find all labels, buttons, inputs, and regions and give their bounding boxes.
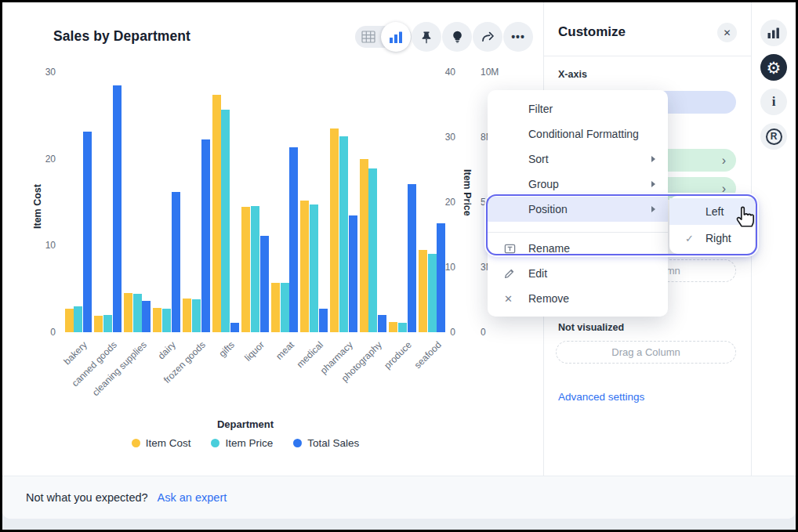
bar[interactable] [183,299,191,332]
bar[interactable] [437,223,445,332]
legend-label: Item Price [225,437,273,449]
bar-group-gifts[interactable] [211,72,241,332]
bar-group-dairy[interactable] [152,72,182,332]
menu-item-group[interactable]: Group [488,172,668,197]
category-label: dairy [156,339,178,361]
bar-group-liquor[interactable] [241,72,270,332]
advanced-settings-link[interactable]: Advanced settings [558,391,644,403]
bar[interactable] [378,315,386,332]
category-label: liquor [242,339,267,364]
bar-group-frozen-goods[interactable] [181,72,211,332]
bar[interactable] [221,110,230,332]
bar-group-bakery[interactable] [63,72,93,332]
bar[interactable] [368,168,377,332]
bar[interactable] [289,147,298,332]
bar[interactable] [83,132,92,332]
bar[interactable] [339,136,348,332]
bar[interactable] [94,316,103,332]
bar[interactable] [251,206,259,332]
menu-item-label: Position [528,203,568,215]
bar[interactable] [319,309,328,332]
bar-group-cleaning-supplies[interactable] [122,72,152,332]
bar[interactable] [172,192,180,332]
bar-plot [63,72,447,332]
menu-item-label: Remove [528,292,569,305]
bar-group-seafood[interactable] [417,72,447,332]
bar[interactable] [271,283,280,332]
bar[interactable] [153,308,161,332]
category-label: seafood [412,339,444,371]
app-frame: Sales by Department ••• [2,2,796,530]
chart-config-button[interactable] [760,20,787,46]
bar[interactable] [408,184,416,332]
main-card: Sales by Department ••• [2,2,796,519]
bar[interactable] [124,293,132,332]
bar[interactable] [133,294,142,332]
bar[interactable] [428,254,437,332]
rename-icon [504,243,528,255]
chart-area: Sales by Department ••• [2,2,543,476]
y-axis-title-right: Item Price [462,169,473,216]
category-label: gifts [217,339,237,359]
panel-close-button[interactable]: ✕ [717,23,737,42]
submenu-item-right[interactable]: ✓Right [669,225,755,252]
footer-question: Not what you expected? [26,491,148,504]
menu-item-label: Edit [528,267,547,280]
bar[interactable] [310,204,318,332]
bar[interactable] [241,207,250,333]
bar-group-pharmacy[interactable] [328,72,358,332]
chart-legend: Item CostItem PriceTotal Sales [2,437,488,449]
info-button[interactable]: i [760,89,787,115]
bar[interactable] [389,322,397,332]
bar[interactable] [330,128,339,332]
chevron-right-icon[interactable]: › [722,154,726,167]
r-logo-icon: R [766,128,782,145]
bar[interactable] [65,309,74,332]
bar-group-medical[interactable] [299,72,329,332]
bar[interactable] [419,250,427,332]
bar[interactable] [230,323,239,332]
chevron-right-icon[interactable]: › [722,183,726,195]
bar[interactable] [192,299,201,332]
ask-expert-link[interactable]: Ask an expert [158,491,227,504]
menu-item-conditional-formatting[interactable]: Conditional Formatting [488,121,668,147]
legend-item[interactable]: Item Cost [132,437,191,449]
drag-column-dropzone-2[interactable]: Drag a Column [556,341,736,364]
menu-item-position[interactable]: Position [488,197,668,222]
bar-group-canned-goods[interactable] [93,72,123,332]
r-analysis-button[interactable]: R [760,123,787,150]
bar[interactable] [142,301,151,332]
category-label: produce [382,339,414,371]
legend-item[interactable]: Total Sales [293,437,359,449]
bar[interactable] [201,139,210,332]
menu-item-edit[interactable]: Edit [488,261,668,286]
bar[interactable] [103,315,112,332]
menu-item-label: Conditional Formatting [528,128,639,140]
menu-item-label: Filter [528,103,553,115]
bar[interactable] [360,159,368,332]
bar[interactable] [162,309,171,332]
bar-group-photography[interactable] [358,72,388,332]
bar[interactable] [300,201,309,332]
drag-column-placeholder: Drag a Column [611,346,680,358]
bar[interactable] [349,215,357,332]
menu-item-sort[interactable]: Sort [488,147,668,172]
bar[interactable] [74,306,82,332]
menu-item-filter[interactable]: Filter [488,96,668,121]
bar[interactable] [212,95,221,332]
category-label: meat [274,339,296,362]
menu-item-remove[interactable]: ✕Remove [488,286,668,311]
bar-chart-icon [767,27,780,38]
settings-button-active[interactable]: ⚙ [760,54,787,81]
bar-group-produce[interactable] [388,72,418,332]
bar-group-meat[interactable] [270,72,299,332]
bar[interactable] [113,85,122,332]
bar[interactable] [398,323,407,332]
bar[interactable] [260,236,269,332]
submenu-item-left[interactable]: Left [669,198,755,225]
info-icon: i [772,94,776,110]
legend-item[interactable]: Item Price [211,437,273,449]
x-axis-section-label: X-axis [558,69,587,80]
menu-item-rename[interactable]: Rename [488,236,668,261]
bar[interactable] [281,283,289,332]
